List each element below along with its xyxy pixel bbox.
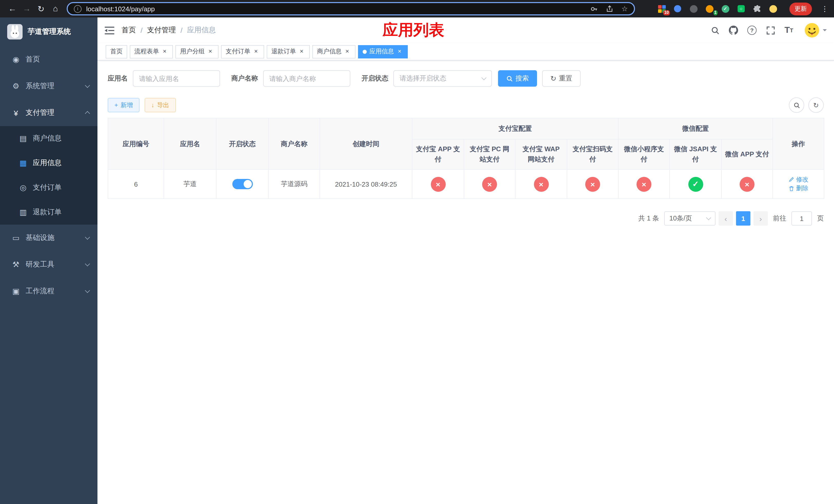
credit-card-icon: ▤ bbox=[18, 134, 29, 143]
vue-devtools-icon[interactable]: ✓ bbox=[721, 4, 730, 13]
tab-refund-orders[interactable]: 退款订单× bbox=[267, 45, 310, 58]
sidebar-item-devtools[interactable]: ⚒ 研发工具 bbox=[0, 251, 97, 278]
browser-update-button[interactable]: 更新 bbox=[789, 2, 812, 15]
breadcrumb-separator: / bbox=[180, 26, 182, 35]
sidebar-item-home[interactable]: ◉ 首页 bbox=[0, 46, 97, 73]
group-wechat-config: 微信配置 bbox=[618, 118, 773, 139]
fullscreen-icon[interactable] bbox=[763, 23, 777, 38]
page-title-overlay: 应用列表 bbox=[382, 20, 444, 41]
sidebar-item-infrastructure[interactable]: ▭ 基础设施 bbox=[0, 225, 97, 251]
goto-suffix: 页 bbox=[817, 214, 824, 223]
alipay-wap-status-icon: × bbox=[534, 177, 549, 192]
sidebar: 芋道管理系统 ◉ 首页 ⚙ 系统管理 ¥ 支付管理 ▤ 商户信息 bbox=[0, 18, 97, 504]
close-icon[interactable]: × bbox=[396, 48, 403, 55]
enabled-toggle[interactable] bbox=[232, 179, 253, 189]
tab-user-group[interactable]: 用户分组× bbox=[175, 45, 219, 58]
col-app-name: 应用名 bbox=[164, 118, 216, 170]
sidebar-item-payment[interactable]: ¥ 支付管理 bbox=[0, 99, 97, 126]
pagination: 共 1 条 10条/页 ‹ 1 › 前往 页 bbox=[108, 211, 824, 226]
extension-grid-icon[interactable]: 10 bbox=[657, 4, 666, 13]
url-bar[interactable]: i localhost:1024/pay/app ☆ bbox=[67, 2, 635, 15]
app-title: 芋道管理系统 bbox=[28, 27, 71, 37]
puzzle-icon[interactable] bbox=[752, 4, 762, 13]
breadcrumb-payment[interactable]: 支付管理 bbox=[147, 26, 176, 35]
chevron-up-icon bbox=[85, 111, 90, 116]
emoji-extension-icon[interactable] bbox=[768, 4, 777, 13]
cell-created: 2021-10-23 08:49:25 bbox=[320, 170, 412, 199]
table-row: 6 芋道 芋道源码 2021-10-23 08:49:25 × × × × × bbox=[108, 170, 824, 199]
help-icon[interactable]: ? bbox=[745, 23, 759, 38]
breadcrumb-home[interactable]: 首页 bbox=[122, 26, 136, 35]
briefcase-icon: ▣ bbox=[10, 287, 22, 296]
col-alipay-pc: 支付宝 PC 网站支付 bbox=[464, 139, 515, 170]
status-select[interactable]: 请选择开启状态 bbox=[393, 70, 492, 87]
tab-merchant-info[interactable]: 商户信息× bbox=[312, 45, 355, 58]
font-size-icon[interactable]: TT bbox=[782, 23, 796, 38]
extension-dark-icon[interactable] bbox=[689, 4, 698, 13]
sidebar-item-app-info[interactable]: ▦ 应用信息 bbox=[0, 151, 97, 175]
col-alipay-wap: 支付宝 WAP 网站支付 bbox=[515, 139, 567, 170]
app-name-input[interactable] bbox=[133, 70, 220, 87]
bookmark-star-icon[interactable]: ☆ bbox=[621, 5, 628, 13]
share-icon[interactable] bbox=[606, 5, 614, 13]
edit-link[interactable]: 修改 bbox=[788, 175, 808, 184]
password-key-icon[interactable] bbox=[591, 5, 598, 13]
toggle-search-button[interactable] bbox=[789, 97, 804, 113]
search-icon[interactable] bbox=[708, 23, 722, 38]
extension-pin-icon[interactable] bbox=[673, 4, 682, 13]
page-size-select[interactable]: 10条/页 bbox=[664, 211, 716, 226]
breadcrumb-separator: / bbox=[140, 26, 142, 35]
screen: ← → ↻ ⌂ i localhost:1024/pay/app ☆ 10 1 bbox=[0, 0, 834, 504]
app-logo[interactable]: 芋道管理系统 bbox=[0, 18, 97, 46]
breadcrumb: 首页 / 支付管理 / 应用信息 bbox=[122, 26, 216, 35]
close-icon[interactable]: × bbox=[253, 48, 260, 55]
browser-menu-icon[interactable]: ⋮ bbox=[821, 5, 829, 13]
next-page-button[interactable]: › bbox=[753, 211, 768, 226]
goto-label: 前往 bbox=[773, 214, 786, 223]
sidebar-item-refund-orders[interactable]: ▥ 退款订单 bbox=[0, 200, 97, 225]
tab-home[interactable]: 首页 bbox=[106, 45, 127, 58]
prev-page-button[interactable]: ‹ bbox=[719, 211, 733, 226]
github-icon[interactable] bbox=[726, 23, 741, 38]
close-icon[interactable]: × bbox=[161, 48, 168, 55]
sidebar-item-workflow[interactable]: ▣ 工作流程 bbox=[0, 278, 97, 304]
close-icon[interactable]: × bbox=[344, 48, 351, 55]
browser-refresh-icon[interactable]: ↻ bbox=[34, 2, 48, 16]
tab-process-form[interactable]: 流程表单× bbox=[130, 45, 173, 58]
tab-app-info[interactable]: 应用信息× bbox=[358, 45, 408, 58]
sidebar-fold-icon[interactable] bbox=[97, 26, 122, 35]
search-form: 应用名 商户名称 开启状态 请选择开启状态 搜索 ↻ 重置 bbox=[108, 70, 824, 87]
browser-forward-icon[interactable]: → bbox=[20, 2, 34, 16]
extensions-area: 10 1 ✓ ○ 更新 ⋮ bbox=[657, 2, 829, 15]
tab-pay-orders[interactable]: 支付订单× bbox=[221, 45, 264, 58]
goto-page-input[interactable] bbox=[791, 211, 812, 226]
col-app-id: 应用编号 bbox=[108, 118, 164, 170]
chevron-down-icon bbox=[85, 288, 90, 293]
profile-extension-icon[interactable]: 1 bbox=[705, 4, 714, 13]
sidebar-item-system[interactable]: ⚙ 系统管理 bbox=[0, 73, 97, 99]
refresh-table-button[interactable]: ↻ bbox=[808, 97, 824, 113]
page-number-button[interactable]: 1 bbox=[736, 211, 750, 226]
page-content: 应用名 商户名称 开启状态 请选择开启状态 搜索 ↻ 重置 bbox=[97, 61, 834, 504]
browser-back-icon[interactable]: ← bbox=[5, 2, 20, 16]
export-button[interactable]: ↓ 导出 bbox=[145, 98, 176, 112]
wechat-devtools-icon[interactable]: ○ bbox=[737, 4, 746, 13]
search-button[interactable]: 搜索 bbox=[498, 70, 537, 87]
add-button[interactable]: + 新增 bbox=[108, 98, 139, 112]
browser-home-icon[interactable]: ⌂ bbox=[48, 2, 63, 16]
order-icon: ◎ bbox=[18, 183, 29, 192]
sidebar-item-merchant-info[interactable]: ▤ 商户信息 bbox=[0, 126, 97, 151]
chevron-down-icon bbox=[481, 75, 486, 80]
cell-merchant: 芋道源码 bbox=[268, 170, 320, 199]
close-icon[interactable]: × bbox=[298, 48, 305, 55]
refresh-icon: ↻ bbox=[550, 75, 556, 82]
sidebar-item-pay-orders[interactable]: ◎ 支付订单 bbox=[0, 175, 97, 200]
dashboard-icon: ◉ bbox=[10, 55, 22, 64]
delete-link[interactable]: 删除 bbox=[788, 184, 808, 193]
close-icon[interactable]: × bbox=[207, 48, 214, 55]
col-merchant: 商户名称 bbox=[268, 118, 320, 170]
site-info-icon[interactable]: i bbox=[74, 5, 82, 13]
merchant-name-input[interactable] bbox=[263, 70, 350, 87]
user-menu[interactable] bbox=[804, 23, 827, 38]
reset-button[interactable]: ↻ 重置 bbox=[542, 70, 580, 87]
